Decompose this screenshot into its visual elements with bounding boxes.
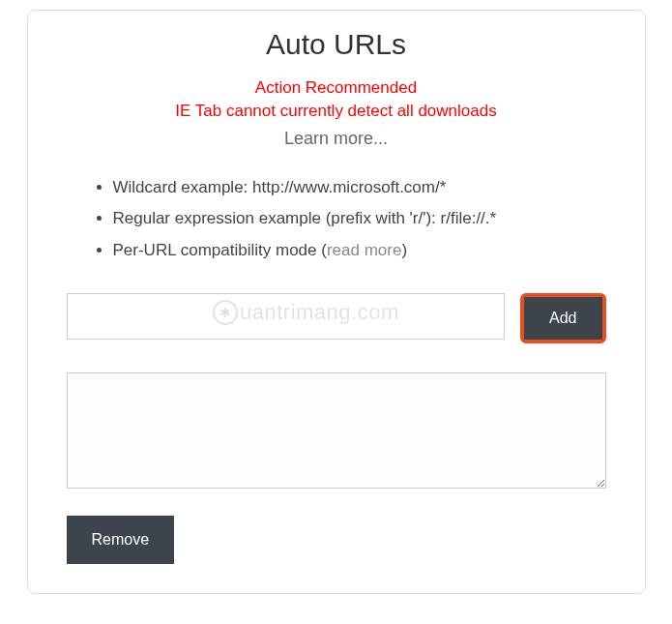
remove-button[interactable]: Remove [67,516,175,564]
panel-title: Auto URLs [67,28,606,61]
add-url-row: Add [67,293,606,343]
warning-title: Action Recommended [67,78,606,98]
url-input[interactable] [67,293,506,340]
learn-more-link[interactable]: Learn more... [67,129,606,149]
example-perurl: Per-URL compatibility mode (read more) [113,235,606,266]
example-wildcard: Wildcard example: http://www.microsoft.c… [113,172,606,203]
read-more-link[interactable]: read more [327,241,401,259]
add-button[interactable]: Add [524,297,601,340]
example-regex: Regular expression example (prefix with … [113,203,606,234]
url-list-textarea[interactable] [67,372,606,489]
add-button-highlight: Add [520,293,605,343]
auto-urls-panel: Auto URLs Action Recommended IE Tab cann… [27,10,646,594]
warning-message: IE Tab cannot currently detect all downl… [67,102,606,121]
examples-list: Wildcard example: http://www.microsoft.c… [67,172,606,266]
